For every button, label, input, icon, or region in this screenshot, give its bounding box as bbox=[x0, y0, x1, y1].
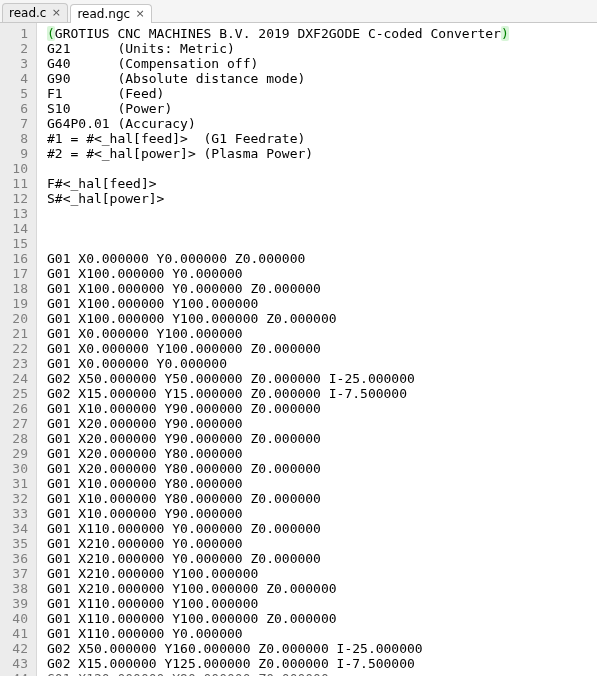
code-line: G40 (Compensation off) bbox=[47, 56, 593, 71]
close-icon[interactable]: × bbox=[135, 9, 145, 19]
code-line: G01 X0.000000 Y100.000000 bbox=[47, 326, 593, 341]
code-line: G01 X0.000000 Y100.000000 Z0.000000 bbox=[47, 341, 593, 356]
tab-bar: read.c×read.ngc× bbox=[0, 0, 597, 23]
line-number: 3 bbox=[6, 56, 28, 71]
line-number: 16 bbox=[6, 251, 28, 266]
line-number: 42 bbox=[6, 641, 28, 656]
code-line: G64P0.01 (Accuracy) bbox=[47, 116, 593, 131]
line-number: 6 bbox=[6, 101, 28, 116]
line-number: 15 bbox=[6, 236, 28, 251]
tab-label: read.ngc bbox=[77, 7, 130, 21]
code-line bbox=[47, 236, 593, 251]
line-number: 2 bbox=[6, 41, 28, 56]
line-number: 34 bbox=[6, 521, 28, 536]
code-line: (GROTIUS CNC MACHINES B.V. 2019 DXF2GODE… bbox=[47, 26, 593, 41]
line-number: 40 bbox=[6, 611, 28, 626]
line-number: 37 bbox=[6, 566, 28, 581]
code-line: F#<_hal[feed]> bbox=[47, 176, 593, 191]
line-number: 4 bbox=[6, 71, 28, 86]
line-number: 32 bbox=[6, 491, 28, 506]
code-line: G01 X100.000000 Y0.000000 Z0.000000 bbox=[47, 281, 593, 296]
code-line: G01 X120.000000 Y90.000000 Z0.000000 bbox=[47, 671, 593, 676]
line-number: 27 bbox=[6, 416, 28, 431]
code-line: G01 X210.000000 Y0.000000 bbox=[47, 536, 593, 551]
code-line: G01 X10.000000 Y80.000000 Z0.000000 bbox=[47, 491, 593, 506]
line-number: 31 bbox=[6, 476, 28, 491]
code-line: G01 X20.000000 Y80.000000 bbox=[47, 446, 593, 461]
code-line: G01 X100.000000 Y0.000000 bbox=[47, 266, 593, 281]
tab-read-c[interactable]: read.c× bbox=[2, 3, 68, 22]
line-number: 8 bbox=[6, 131, 28, 146]
tab-read-ngc[interactable]: read.ngc× bbox=[70, 4, 152, 23]
line-number: 23 bbox=[6, 356, 28, 371]
code-line: G02 X50.000000 Y160.000000 Z0.000000 I-2… bbox=[47, 641, 593, 656]
line-number: 26 bbox=[6, 401, 28, 416]
code-line: S10 (Power) bbox=[47, 101, 593, 116]
line-number: 22 bbox=[6, 341, 28, 356]
line-number: 9 bbox=[6, 146, 28, 161]
code-line: G02 X15.000000 Y15.000000 Z0.000000 I-7.… bbox=[47, 386, 593, 401]
code-line: #1 = #<_hal[feed]> (G1 Feedrate) bbox=[47, 131, 593, 146]
code-line bbox=[47, 161, 593, 176]
line-number: 30 bbox=[6, 461, 28, 476]
line-number: 12 bbox=[6, 191, 28, 206]
code-line: G01 X20.000000 Y90.000000 Z0.000000 bbox=[47, 431, 593, 446]
line-number: 44 bbox=[6, 671, 28, 676]
code-line: #2 = #<_hal[power]> (Plasma Power) bbox=[47, 146, 593, 161]
editor-area: 1234567891011121314151617181920212223242… bbox=[0, 23, 597, 676]
code-line: G01 X10.000000 Y90.000000 Z0.000000 bbox=[47, 401, 593, 416]
code-line: G01 X110.000000 Y0.000000 bbox=[47, 626, 593, 641]
line-number: 24 bbox=[6, 371, 28, 386]
line-number: 36 bbox=[6, 551, 28, 566]
line-number: 10 bbox=[6, 161, 28, 176]
line-number: 19 bbox=[6, 296, 28, 311]
code-line bbox=[47, 221, 593, 236]
code-line: F1 (Feed) bbox=[47, 86, 593, 101]
line-number: 17 bbox=[6, 266, 28, 281]
code-line: G01 X110.000000 Y100.000000 bbox=[47, 596, 593, 611]
code-line: G90 (Absolute distance mode) bbox=[47, 71, 593, 86]
line-number: 38 bbox=[6, 581, 28, 596]
line-number: 35 bbox=[6, 536, 28, 551]
line-number: 21 bbox=[6, 326, 28, 341]
tab-label: read.c bbox=[9, 6, 46, 20]
line-number: 29 bbox=[6, 446, 28, 461]
code-area[interactable]: (GROTIUS CNC MACHINES B.V. 2019 DXF2GODE… bbox=[37, 23, 597, 676]
line-number: 14 bbox=[6, 221, 28, 236]
line-number: 1 bbox=[6, 26, 28, 41]
line-number: 7 bbox=[6, 116, 28, 131]
code-line: G01 X0.000000 Y0.000000 bbox=[47, 356, 593, 371]
code-line: G01 X0.000000 Y0.000000 Z0.000000 bbox=[47, 251, 593, 266]
code-line: G01 X10.000000 Y90.000000 bbox=[47, 506, 593, 521]
code-line: G01 X210.000000 Y100.000000 bbox=[47, 566, 593, 581]
code-line: G01 X20.000000 Y90.000000 bbox=[47, 416, 593, 431]
code-line: G01 X10.000000 Y80.000000 bbox=[47, 476, 593, 491]
code-line: G01 X110.000000 Y100.000000 Z0.000000 bbox=[47, 611, 593, 626]
code-line: G02 X15.000000 Y125.000000 Z0.000000 I-7… bbox=[47, 656, 593, 671]
line-number: 28 bbox=[6, 431, 28, 446]
line-number: 20 bbox=[6, 311, 28, 326]
line-number: 18 bbox=[6, 281, 28, 296]
code-line: G01 X100.000000 Y100.000000 Z0.000000 bbox=[47, 311, 593, 326]
code-line: G01 X100.000000 Y100.000000 bbox=[47, 296, 593, 311]
code-line bbox=[47, 206, 593, 221]
code-line: G01 X110.000000 Y0.000000 Z0.000000 bbox=[47, 521, 593, 536]
line-number: 13 bbox=[6, 206, 28, 221]
code-line: G02 X50.000000 Y50.000000 Z0.000000 I-25… bbox=[47, 371, 593, 386]
line-number-gutter: 1234567891011121314151617181920212223242… bbox=[0, 23, 37, 676]
code-line: G01 X210.000000 Y100.000000 Z0.000000 bbox=[47, 581, 593, 596]
code-line: G21 (Units: Metric) bbox=[47, 41, 593, 56]
line-number: 39 bbox=[6, 596, 28, 611]
code-line: G01 X210.000000 Y0.000000 Z0.000000 bbox=[47, 551, 593, 566]
close-icon[interactable]: × bbox=[51, 8, 61, 18]
code-line: G01 X20.000000 Y80.000000 Z0.000000 bbox=[47, 461, 593, 476]
line-number: 41 bbox=[6, 626, 28, 641]
line-number: 11 bbox=[6, 176, 28, 191]
line-number: 5 bbox=[6, 86, 28, 101]
code-line: S#<_hal[power]> bbox=[47, 191, 593, 206]
line-number: 25 bbox=[6, 386, 28, 401]
line-number: 43 bbox=[6, 656, 28, 671]
line-number: 33 bbox=[6, 506, 28, 521]
